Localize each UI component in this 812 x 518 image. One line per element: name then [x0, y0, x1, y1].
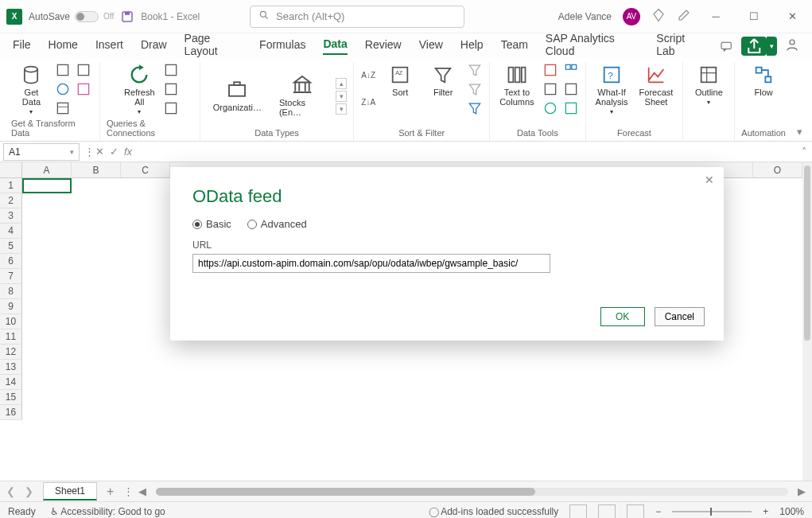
zoom-out-icon[interactable]: −	[655, 506, 661, 517]
normal-view-icon[interactable]	[569, 504, 587, 519]
active-cell[interactable]	[22, 178, 72, 193]
datatype-stocks[interactable]: Stocks (En…	[273, 72, 331, 117]
sort-button[interactable]: AZ Sort	[381, 62, 419, 99]
search-input[interactable]: Search (Alt+Q)	[250, 6, 464, 28]
share-button[interactable]	[741, 37, 767, 56]
row-header[interactable]: 16	[0, 405, 22, 420]
fx-icon[interactable]: fx	[124, 146, 138, 158]
row-header[interactable]: 4	[0, 224, 22, 239]
tab-scriptlab[interactable]: Script Lab	[656, 32, 702, 60]
row-header[interactable]: 2	[0, 193, 22, 208]
get-data-button[interactable]: Get Data ▾	[12, 62, 50, 117]
tab-review[interactable]: Review	[365, 38, 402, 54]
relationships-icon[interactable]	[563, 81, 579, 97]
zoom-in-icon[interactable]: +	[763, 506, 768, 517]
row-header[interactable]: 7	[0, 269, 22, 284]
outline-button[interactable]: Outline ▾	[690, 62, 728, 107]
save-icon[interactable]	[120, 10, 134, 24]
radio-advanced[interactable]: Advanced	[247, 218, 307, 230]
datatype-org[interactable]: Organizati…	[207, 77, 268, 112]
sort-az-icon[interactable]: A↓Z	[360, 67, 376, 83]
col-header[interactable]: B	[72, 162, 121, 178]
row-header[interactable]: 15	[0, 390, 22, 405]
refresh-all-button[interactable]: Refresh All ▾	[120, 62, 158, 117]
row-header[interactable]: 6	[0, 254, 22, 269]
sort-za-icon[interactable]: Z↓A	[360, 94, 376, 110]
url-input[interactable]	[192, 254, 550, 273]
from-text-icon[interactable]	[55, 62, 71, 78]
consolidate-icon[interactable]	[563, 62, 579, 78]
scroll-right-icon[interactable]: ▶	[798, 485, 806, 497]
diamond-icon[interactable]	[651, 8, 666, 25]
autosave-toggle[interactable]: AutoSave Off	[29, 11, 114, 22]
reapply-icon[interactable]	[467, 81, 483, 97]
whatif-button[interactable]: ? What-If Analysis ▾	[592, 62, 631, 117]
recent-sources-icon[interactable]	[76, 62, 91, 78]
row-header[interactable]: 5	[0, 239, 22, 254]
flash-fill-icon[interactable]	[542, 62, 558, 78]
minimize-button[interactable]: ─	[702, 6, 729, 28]
row-header[interactable]: 8	[0, 284, 22, 299]
enter-formula-icon[interactable]: ✓	[110, 146, 124, 158]
data-validation-icon[interactable]	[542, 100, 558, 116]
from-web-icon[interactable]	[55, 81, 71, 97]
accessibility-status[interactable]: ♿︎ Accessibility: Good to go	[50, 506, 165, 517]
filter-button[interactable]: Filter	[424, 62, 462, 99]
tab-draw[interactable]: Draw	[141, 38, 167, 54]
col-header[interactable]: C	[121, 162, 170, 178]
tab-prev-icon[interactable]: ❮	[6, 485, 15, 497]
row-header[interactable]: 13	[0, 360, 22, 375]
row-header[interactable]: 3	[0, 208, 22, 224]
user-avatar[interactable]: AV	[623, 8, 640, 25]
tab-sap[interactable]: SAP Analytics Cloud	[546, 32, 639, 60]
tab-view[interactable]: View	[419, 38, 443, 54]
cancel-button[interactable]: Cancel	[655, 307, 705, 326]
queries-icon[interactable]	[163, 62, 179, 78]
radio-basic[interactable]: Basic	[192, 218, 231, 230]
data-model-icon[interactable]	[563, 100, 579, 116]
forecast-sheet-button[interactable]: Forecast Sheet	[636, 62, 677, 108]
clear-filter-icon[interactable]	[467, 62, 483, 78]
dialog-close-button[interactable]: ✕	[705, 173, 714, 186]
zoom-slider[interactable]	[672, 511, 752, 512]
page-layout-view-icon[interactable]	[598, 504, 616, 519]
advanced-filter-icon[interactable]	[467, 100, 483, 116]
datatype-scroll[interactable]: ▴▾▾	[336, 75, 347, 115]
row-header[interactable]: 14	[0, 375, 22, 390]
person-icon[interactable]	[785, 37, 799, 54]
properties-icon[interactable]	[163, 81, 179, 97]
ribbon-more-icon[interactable]: ▾	[792, 123, 807, 141]
tab-insert[interactable]: Insert	[95, 38, 123, 54]
horizontal-scrollbar[interactable]	[156, 488, 788, 496]
more-icon[interactable]: ⋮	[123, 485, 134, 497]
col-header[interactable]: A	[22, 162, 72, 178]
row-header[interactable]: 9	[0, 299, 22, 314]
maximize-button[interactable]: ☐	[740, 6, 767, 28]
tab-help[interactable]: Help	[460, 38, 484, 54]
tab-page-layout[interactable]: Page Layout	[185, 32, 243, 60]
tab-data[interactable]: Data	[323, 37, 347, 55]
tab-team[interactable]: Team	[501, 38, 528, 54]
tab-formulas[interactable]: Formulas	[259, 38, 305, 54]
existing-conn-icon[interactable]	[76, 81, 91, 97]
toggle-icon[interactable]	[75, 11, 99, 22]
chevron-down-icon[interactable]: ▾	[767, 37, 777, 56]
flow-button[interactable]: Flow	[744, 62, 783, 99]
name-box[interactable]: A1 ▾	[3, 143, 80, 161]
formula-input[interactable]	[138, 143, 796, 161]
select-all-corner[interactable]	[0, 162, 22, 178]
text-to-columns-button[interactable]: Text to Columns	[496, 62, 537, 108]
tab-next-icon[interactable]: ❯	[25, 485, 33, 497]
tab-home[interactable]: Home	[49, 38, 78, 54]
ok-button[interactable]: OK	[600, 307, 645, 326]
vertical-scrollbar[interactable]	[802, 162, 812, 481]
sheet-tab[interactable]: Sheet1	[43, 482, 97, 500]
scrollbar-thumb[interactable]	[804, 166, 810, 341]
cancel-formula-icon[interactable]: ✕	[95, 146, 110, 158]
row-header[interactable]: 10	[0, 314, 22, 329]
col-header[interactable]: O	[753, 162, 802, 178]
tab-file[interactable]: File	[13, 38, 31, 54]
row-header[interactable]: 11	[0, 329, 22, 345]
page-break-view-icon[interactable]	[627, 504, 644, 519]
edit-links-icon[interactable]	[163, 100, 179, 116]
